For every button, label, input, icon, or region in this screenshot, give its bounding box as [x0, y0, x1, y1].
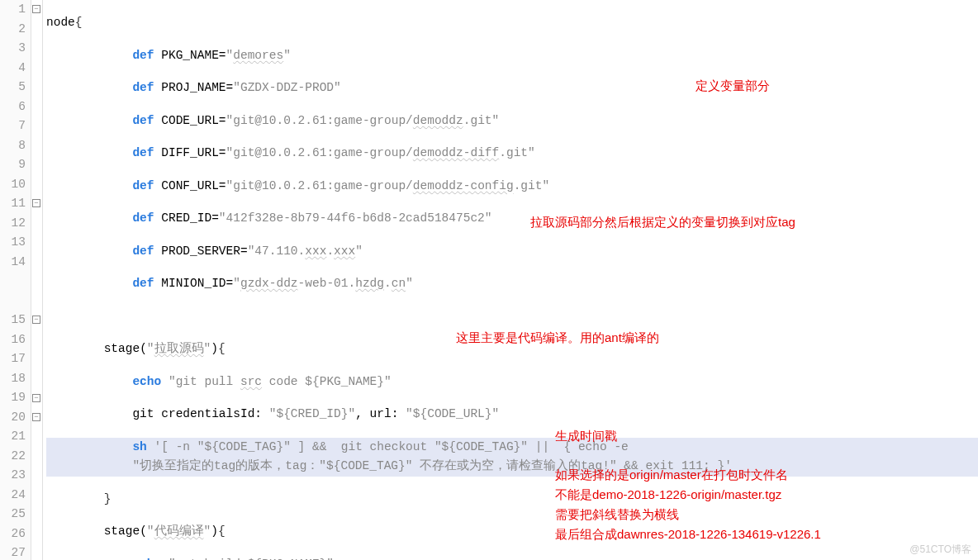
fold-icon[interactable]: −	[32, 199, 40, 207]
code-line: git credentialsId: "${CRED_ID}", url: "$…	[46, 405, 978, 425]
code-line: echo "ant build ${PKG_NAME}"	[46, 555, 978, 561]
code-line: def DIFF_URL="git@10.0.2.61:game-group/d…	[46, 144, 978, 164]
fold-column: − − − − −	[31, 0, 43, 560]
annotation: 需要把斜线替换为横线	[555, 507, 679, 523]
annotation: 如果选择的是origin/master在打包时文件名	[555, 467, 788, 483]
annotation: 不能是demo-2018-1226-origin/master.tgz	[555, 487, 781, 503]
code-line: stage("代码编译"){	[46, 522, 978, 542]
annotation: 拉取源码部分然后根据定义的变量切换到对应tag	[530, 215, 795, 230]
annotation: 最后组合成dawnres-2018-1226-134619-v1226.1	[555, 527, 821, 543]
code-line: def PROD_SERVER="47.110.xxx.xxx"	[46, 242, 978, 262]
line-number-gutter: 1234567891011121314151617181920212223242…	[0, 0, 31, 560]
fold-icon[interactable]: −	[32, 316, 40, 324]
code-line: def CONF_URL="git@10.0.2.61:game-group/d…	[46, 177, 978, 197]
annotation: 定义变量部分	[696, 78, 770, 94]
code-line	[46, 307, 978, 327]
code-line: def MINION_ID="gzdx-ddz-web-01.hzdg.cn"	[46, 274, 978, 294]
code-line: def CODE_URL="git@10.0.2.61:game-group/d…	[46, 112, 978, 131]
code-line: }	[46, 490, 978, 510]
watermark: @51CTO博客	[909, 543, 971, 557]
code-line: node{	[46, 13, 978, 33]
code-line: def CRED_ID="412f328e-8b79-44f6-b6d8-2ca…	[46, 209, 978, 229]
fold-icon[interactable]: −	[32, 5, 40, 13]
code-line: def PKG_NAME="demores"	[46, 46, 978, 66]
annotation: 这里主要是代码编译。用的ant编译的	[456, 330, 659, 346]
fold-icon[interactable]: −	[32, 413, 40, 421]
code-area[interactable]: node{ def PKG_NAME="demores" def PROJ_NA…	[43, 0, 978, 560]
annotation: 生成时间戳	[555, 429, 617, 444]
code-line: def PROJ_NAME="GZDX-DDZ-PROD"	[46, 78, 978, 98]
code-editor: 1234567891011121314151617181920212223242…	[0, 0, 978, 560]
code-line: echo "git pull src code ${PKG_NAME}"	[46, 373, 978, 392]
code-line-highlighted: sh '[ -n "${CODE_TAG}" ] && git checkout…	[46, 438, 978, 477]
fold-icon[interactable]: −	[32, 394, 40, 402]
